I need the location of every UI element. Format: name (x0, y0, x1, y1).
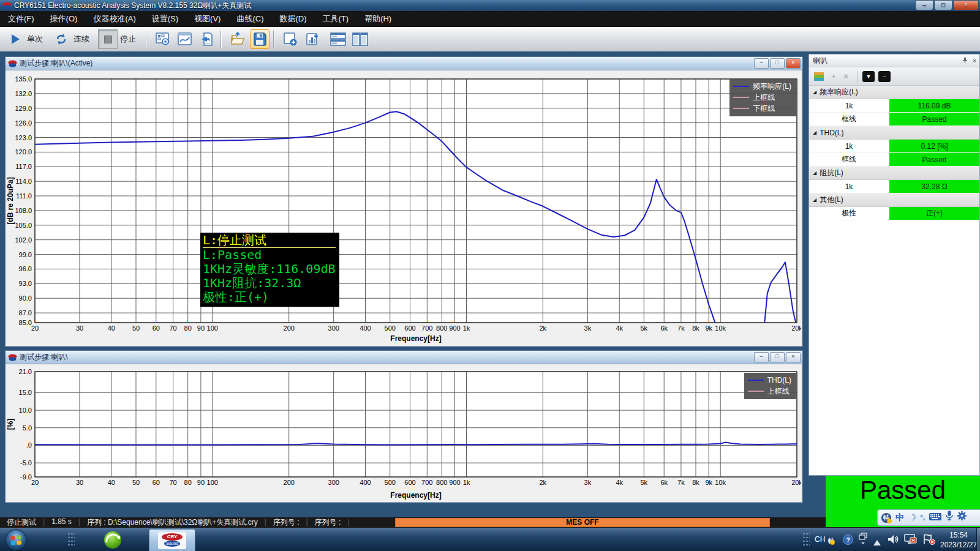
menu-operate[interactable]: 操作(O) (42, 11, 86, 27)
pin-icon[interactable] (960, 57, 970, 64)
chart1-restore-button[interactable]: □ (770, 58, 785, 69)
menu-tools[interactable]: 工具(T) (315, 11, 357, 27)
moon-fullhalf-icon[interactable]: ☽ (908, 511, 916, 525)
curve-settings-button[interactable] (175, 29, 195, 49)
legend-line-icon (733, 97, 749, 98)
start-button[interactable] (5, 529, 27, 551)
tray-grip[interactable] (802, 532, 810, 548)
taskbar-cry-app-button[interactable]: CRY Sound (149, 529, 195, 551)
menu-data[interactable]: 数据(D) (271, 11, 314, 27)
show-desktop-button[interactable] (976, 528, 980, 551)
help-tray-icon[interactable]: ? (843, 534, 853, 547)
speaker-tray-icon[interactable] (887, 534, 899, 547)
close-button[interactable]: × (953, 0, 979, 10)
result-group-header[interactable]: ◢阻抗(L) (809, 167, 979, 180)
ime-tray-icon[interactable]: 特 (828, 534, 834, 546)
chart2-close-button[interactable]: × (786, 352, 801, 362)
svg-text:50: 50 (132, 479, 140, 486)
chart1-body: 2030405060708090100200300400500600700800… (6, 70, 801, 346)
tile-horizontal-button[interactable] (328, 29, 348, 49)
status-item: 1.85 s (45, 517, 78, 528)
ime-toolbar: 特 中 ☽ °, (877, 509, 980, 526)
menu-view[interactable]: 视图(V) (186, 11, 228, 27)
keyboard-icon[interactable] (929, 511, 941, 525)
restore-windows-tray-icon[interactable] (859, 533, 867, 547)
menu-curve[interactable]: 曲线(C) (228, 11, 271, 27)
menu-help[interactable]: 帮助(H) (356, 11, 399, 27)
svg-text:117.0: 117.0 (15, 163, 32, 170)
toolbar-separator (273, 31, 274, 48)
panel-close-icon[interactable]: × (970, 57, 979, 64)
save-button[interactable] (250, 29, 270, 49)
svg-text:9k: 9k (705, 479, 712, 486)
menu-calibration[interactable]: 仪器校准(A) (85, 11, 143, 27)
chart1-titlebar[interactable]: 测试步骤:喇叭\(Active) – □ × (6, 57, 802, 70)
hidden-icons-button[interactable] (873, 537, 881, 548)
result-item-label: 1k (809, 99, 889, 112)
run-single-button[interactable] (5, 29, 24, 49)
result-row: 1k32.28 Ω (809, 180, 979, 193)
open-file-button[interactable] (228, 29, 247, 49)
expand-all-button[interactable]: ▼ (862, 71, 875, 82)
result-item-label: 极性 (809, 207, 889, 220)
color-list-icon[interactable] (814, 72, 824, 81)
svg-text:70: 70 (169, 479, 176, 486)
svg-text:500: 500 (385, 479, 396, 486)
svg-text:99.0: 99.0 (19, 251, 32, 258)
svg-text:85.0: 85.0 (19, 319, 32, 326)
svg-text:700: 700 (421, 324, 432, 332)
add-chart-button[interactable] (303, 29, 322, 49)
expanded-icon: ◢ (813, 130, 816, 135)
mes-toggle[interactable]: MES OFF (395, 518, 770, 527)
export-report-button[interactable] (197, 29, 217, 49)
remove-result-icon[interactable]: × (840, 70, 852, 83)
svg-text:800: 800 (436, 479, 447, 486)
browser-icon[interactable] (103, 530, 123, 550)
svg-text:120.0: 120.0 (15, 148, 32, 156)
stop-button[interactable] (98, 29, 118, 49)
measurement-info-box: L:停止测试L:Passed1KHz灵敏度:116.09dB1KHz阻抗:32.… (200, 233, 339, 307)
punctuation-icon[interactable]: °, (921, 511, 925, 525)
ime-logo-icon[interactable]: 特 (881, 513, 891, 523)
status-item: 停止测试 (0, 517, 43, 528)
menu-file[interactable]: 文件(F) (0, 11, 42, 27)
svg-text:800: 800 (436, 324, 447, 332)
svg-text:90.0: 90.0 (19, 294, 32, 302)
taskbar-grip[interactable] (67, 532, 75, 548)
collapse-all-button[interactable]: – (878, 71, 891, 82)
minimize-button[interactable]: – (915, 0, 933, 10)
menu-settings[interactable]: 设置(S) (144, 11, 186, 27)
language-indicator[interactable]: CH (815, 535, 825, 544)
taskbar-clock[interactable]: 15:54 2023/12/27 (940, 530, 977, 550)
svg-text:21.0: 21.0 (19, 368, 32, 375)
chart2-minimize-button[interactable]: – (754, 352, 769, 362)
chart2-titlebar[interactable]: 测试步骤:喇叭\ – □ × (6, 351, 802, 364)
tile-vertical-button[interactable] (350, 29, 370, 49)
new-window-button[interactable] (281, 29, 300, 49)
result-row: 极性正(+) (809, 207, 979, 220)
ime-mode-chinese[interactable]: 中 (895, 511, 904, 525)
microphone-icon[interactable] (946, 511, 953, 525)
test-settings-button[interactable] (153, 29, 173, 49)
toolbar: 单次 连续 停止 (0, 27, 980, 52)
svg-text:600: 600 (404, 324, 415, 332)
cry-logo-bottom: Sound (164, 541, 180, 547)
display-tray-icon[interactable] (904, 534, 918, 547)
result-group-label: THD(L) (820, 129, 843, 137)
svg-text:30: 30 (76, 324, 83, 332)
chart1-minimize-button[interactable]: – (754, 58, 769, 69)
svg-text:102.0: 102.0 (15, 236, 32, 244)
maximize-button[interactable]: □ (934, 0, 952, 10)
action-center-flag-icon[interactable] (922, 534, 936, 547)
result-group-header[interactable]: ◢THD(L) (809, 126, 979, 140)
result-group-header[interactable]: ◢频率响应(L) (809, 86, 979, 99)
add-result-icon[interactable]: + (827, 70, 840, 83)
svg-text:200: 200 (284, 324, 295, 332)
gear-icon[interactable] (957, 511, 967, 525)
legend-label: THD(L) (767, 376, 791, 384)
chart1-close-button[interactable]: × (786, 58, 801, 69)
result-group-header[interactable]: ◢其他(L) (809, 193, 979, 207)
new-window-icon (282, 32, 298, 47)
run-continuous-button[interactable] (51, 29, 71, 49)
chart2-restore-button[interactable]: □ (770, 352, 785, 362)
